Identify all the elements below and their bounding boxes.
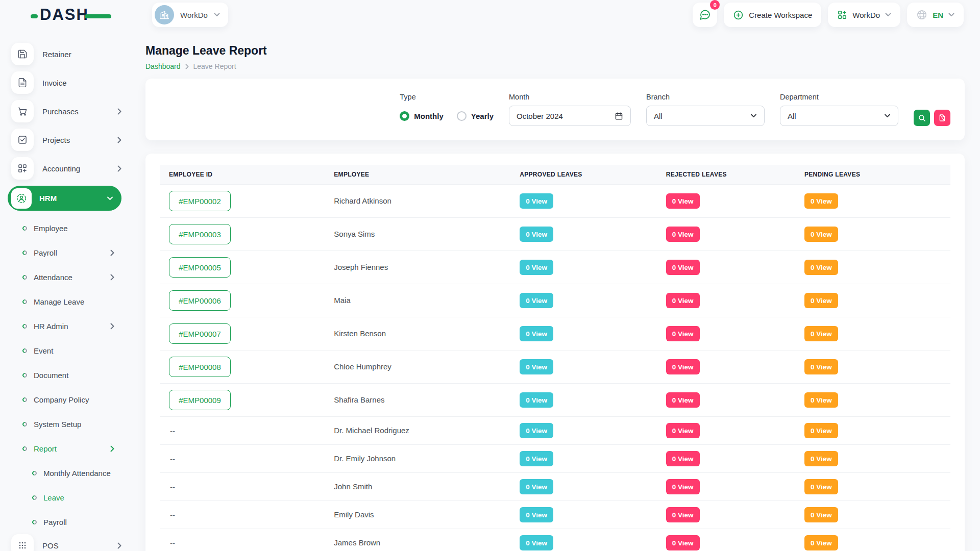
employee-id-badge[interactable]: #EMP00007: [169, 323, 231, 344]
rejected-view-button[interactable]: 0 View: [666, 507, 700, 522]
reset-button[interactable]: [934, 110, 950, 126]
rejected-view-button[interactable]: 0 View: [666, 227, 700, 242]
approved-view-button[interactable]: 0 View: [520, 227, 553, 242]
month-value: October 2024: [517, 112, 563, 120]
employee-id-badge[interactable]: #EMP00003: [169, 224, 231, 244]
approved-view-button[interactable]: 0 View: [520, 326, 553, 341]
pending-view-button[interactable]: 0 View: [804, 193, 838, 209]
rejected-view-button[interactable]: 0 View: [666, 451, 700, 466]
pending-view-button[interactable]: 0 View: [804, 392, 838, 408]
column-employee: EMPLOYEE: [326, 165, 511, 185]
sidebar-item-manage-leave[interactable]: Manage Leave: [0, 289, 129, 314]
messages-button[interactable]: 0: [693, 3, 717, 27]
grid-plus-icon: [17, 163, 28, 173]
sidebar-item-label: Monthly Attendance: [43, 469, 111, 478]
employee-id-badge[interactable]: #EMP00009: [169, 390, 231, 410]
rejected-view-button[interactable]: 0 View: [666, 293, 700, 308]
pending-view-button[interactable]: 0 View: [804, 479, 838, 494]
employee-name: Emily Davis: [334, 510, 374, 519]
sidebar-item-accounting[interactable]: Accounting: [11, 157, 121, 180]
dash-logo[interactable]: DASH: [35, 6, 94, 24]
page-title: Manage Leave Report: [145, 44, 965, 58]
create-workspace-button[interactable]: Create Workspace: [724, 3, 821, 27]
employee-id-empty: --: [169, 451, 175, 466]
pending-view-button[interactable]: 0 View: [804, 227, 838, 242]
department-select[interactable]: All: [780, 106, 898, 126]
type-radio-yearly[interactable]: Yearly: [457, 111, 494, 121]
create-workspace-label: Create Workspace: [749, 11, 812, 19]
plus-circle-icon: [733, 10, 744, 20]
pending-view-button[interactable]: 0 View: [804, 507, 838, 522]
workspace-menu-button[interactable]: WorkDo: [828, 3, 900, 27]
sidebar-item-hr-admin[interactable]: HR Admin: [0, 314, 129, 338]
rejected-view-button[interactable]: 0 View: [666, 535, 700, 550]
approved-view-button[interactable]: 0 View: [520, 359, 553, 374]
sidebar-item-label: Employee: [34, 224, 68, 233]
sidebar-item-pos[interactable]: POS: [11, 534, 121, 551]
sidebar-item-leave[interactable]: Leave: [0, 485, 129, 510]
sidebar-item-event[interactable]: Event: [0, 338, 129, 363]
sidebar: Retainer Invoice Purchases Projects Acco…: [0, 30, 129, 551]
sidebar-item-employee[interactable]: Employee: [0, 216, 129, 240]
rejected-view-button[interactable]: 0 View: [666, 392, 700, 408]
sidebar-item-payroll[interactable]: Payroll: [0, 240, 129, 265]
type-radio-monthly[interactable]: Monthly: [400, 111, 444, 121]
sidebar-item-system-setup[interactable]: System Setup: [0, 412, 129, 436]
month-input[interactable]: October 2024: [509, 106, 631, 126]
sidebar-item-monthly-attendance[interactable]: Monthly Attendance: [0, 461, 129, 485]
branch-select[interactable]: All: [646, 106, 765, 126]
breadcrumb-dashboard-link[interactable]: Dashboard: [145, 62, 181, 70]
month-label: Month: [509, 93, 631, 101]
pending-view-button[interactable]: 0 View: [804, 423, 838, 438]
sidebar-item-label: Company Policy: [34, 395, 89, 404]
approved-view-button[interactable]: 0 View: [520, 260, 553, 275]
workspace-selector[interactable]: WorkDo: [152, 3, 228, 27]
sidebar-item-purchases[interactable]: Purchases: [11, 100, 121, 122]
table-header-row: EMPLOYEE ID EMPLOYEE APPROVED LEAVES REJ…: [160, 165, 950, 185]
branch-label: Branch: [646, 93, 765, 101]
pending-view-button[interactable]: 0 View: [804, 293, 838, 308]
employee-id-badge[interactable]: #EMP00008: [169, 357, 231, 377]
sidebar-item-company-policy[interactable]: Company Policy: [0, 387, 129, 412]
approved-view-button[interactable]: 0 View: [520, 451, 553, 466]
table-row: #EMP00003 Sonya Sims 0 View 0 View 0 Vie…: [160, 218, 950, 251]
employee-id-badge[interactable]: #EMP00005: [169, 257, 231, 278]
approved-view-button[interactable]: 0 View: [520, 193, 553, 209]
rejected-view-button[interactable]: 0 View: [666, 423, 700, 438]
rejected-view-button[interactable]: 0 View: [666, 326, 700, 341]
approved-view-button[interactable]: 0 View: [520, 392, 553, 408]
sidebar-item-label: Payroll: [34, 248, 57, 257]
language-button[interactable]: EN: [907, 3, 964, 27]
chevron-right-icon: [110, 323, 114, 330]
pending-view-button[interactable]: 0 View: [804, 326, 838, 341]
sidebar-item-report[interactable]: Report: [0, 436, 129, 461]
chevron-down-icon: [750, 114, 757, 118]
rejected-view-button[interactable]: 0 View: [666, 479, 700, 494]
sidebar-item-document[interactable]: Document: [0, 363, 129, 387]
sidebar-item-hrm[interactable]: HRM: [8, 186, 121, 211]
pending-view-button[interactable]: 0 View: [804, 260, 838, 275]
pending-view-button[interactable]: 0 View: [804, 359, 838, 374]
employee-name: Kirsten Benson: [334, 329, 386, 338]
approved-view-button[interactable]: 0 View: [520, 479, 553, 494]
sidebar-item-report-payroll[interactable]: Payroll: [0, 510, 129, 534]
sidebar-item-attendance[interactable]: Attendance: [0, 265, 129, 289]
hrm-icon: [16, 193, 27, 204]
sidebar-item-invoice[interactable]: Invoice: [11, 71, 121, 94]
pending-view-button[interactable]: 0 View: [804, 535, 838, 550]
approved-view-button[interactable]: 0 View: [520, 423, 553, 438]
pending-view-button[interactable]: 0 View: [804, 451, 838, 466]
approved-view-button[interactable]: 0 View: [520, 293, 553, 308]
approved-view-button[interactable]: 0 View: [520, 507, 553, 522]
approved-view-button[interactable]: 0 View: [520, 535, 553, 550]
rejected-view-button[interactable]: 0 View: [666, 359, 700, 374]
rejected-view-button[interactable]: 0 View: [666, 260, 700, 275]
table-row: -- Dr. Michael Rodriguez 0 View 0 View 0…: [160, 417, 950, 445]
sidebar-item-retainer[interactable]: Retainer: [11, 43, 121, 65]
rejected-view-button[interactable]: 0 View: [666, 193, 700, 209]
sidebar-item-projects[interactable]: Projects: [11, 129, 121, 151]
employee-id-badge[interactable]: #EMP00006: [169, 290, 231, 311]
employee-id-badge[interactable]: #EMP00002: [169, 191, 231, 211]
employee-name: Sonya Sims: [334, 230, 375, 238]
search-button[interactable]: [914, 110, 930, 126]
